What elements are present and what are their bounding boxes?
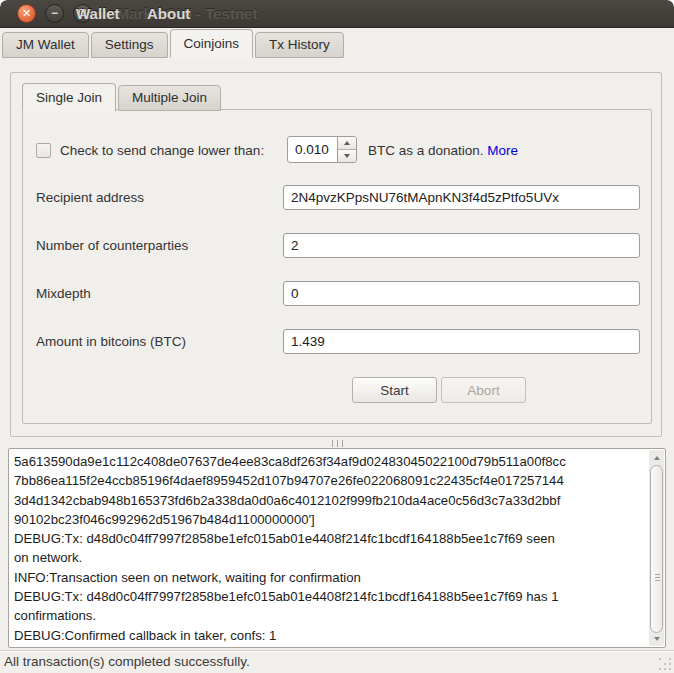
log-line: DEBUG:Confirmed callback in taker, confs…: [14, 626, 645, 645]
log-line: 90102bc23f046c992962d51967b484d110000000…: [14, 510, 645, 529]
log-output[interactable]: 5a613590da9e1c112c408de07637de4ee83ca8df…: [8, 448, 666, 648]
log-line: 7bb86ea115f2e4ccb85196f4daef8959452d107b…: [14, 471, 645, 490]
tab-single-join[interactable]: Single Join: [22, 83, 116, 112]
main-tab-bar: JM Wallet Settings Coinjoins Tx History: [2, 30, 346, 58]
log-line: DEBUG:Tx: d48d0c04ff7997f2858be1efc015ab…: [14, 529, 645, 548]
resize-grip[interactable]: [658, 657, 671, 670]
scroll-down-button[interactable]: [649, 632, 664, 645]
donation-amount-input[interactable]: [288, 137, 337, 162]
menubar-item-wallet[interactable]: Wallet: [76, 0, 120, 28]
spin-up-button[interactable]: [338, 137, 356, 150]
arrow-up-icon: [654, 456, 660, 460]
status-bar: All transaction(s) completed successfull…: [0, 650, 674, 673]
log-text: 5a613590da9e1c112c408de07637de4ee83ca8df…: [14, 452, 645, 645]
log-line: 5a613590da9e1c112c408de07637de4ee83ca8df…: [14, 452, 645, 471]
log-line: INFO:Transaction seen on network, waitin…: [14, 568, 645, 587]
amount-btc-field[interactable]: [283, 329, 640, 354]
scroll-up-button[interactable]: [649, 451, 664, 464]
more-link[interactable]: More: [487, 143, 518, 158]
join-tab-bar: Single Join Multiple Join: [22, 83, 223, 111]
tab-coinjoins[interactable]: Coinjoins: [170, 29, 254, 58]
abort-button[interactable]: Abort: [441, 377, 526, 403]
scrollbar-thumb[interactable]: [650, 465, 663, 633]
start-button[interactable]: Start: [352, 377, 437, 403]
spin-down-button[interactable]: [338, 150, 356, 162]
log-line: confirmations.: [14, 606, 645, 625]
counterparties-field[interactable]: [283, 233, 640, 258]
app-window: ✕ − JoinMarketGUI - Testnet Wallet About…: [0, 0, 674, 673]
counterparties-label: Number of counterparties: [36, 238, 188, 253]
donation-checkbox-label: Check to send change lower than:: [60, 143, 264, 158]
log-scrollbar[interactable]: [649, 450, 664, 646]
minimize-icon: −: [51, 7, 58, 19]
donation-amount-spinbox: [287, 136, 357, 163]
titlebar[interactable]: ✕ − JoinMarketGUI - Testnet Wallet About: [0, 0, 674, 28]
grip-icon: [655, 574, 660, 581]
close-icon: ✕: [22, 8, 31, 19]
recipient-address-field[interactable]: [283, 185, 640, 210]
tab-settings[interactable]: Settings: [91, 32, 168, 58]
minimize-button[interactable]: −: [45, 4, 64, 23]
tab-jm-wallet[interactable]: JM Wallet: [2, 32, 89, 58]
arrow-down-icon: [654, 637, 660, 641]
arrow-up-icon: [344, 141, 350, 145]
spinner-buttons: [337, 137, 356, 162]
donation-checkbox[interactable]: [36, 143, 51, 158]
tab-multiple-join[interactable]: Multiple Join: [118, 85, 221, 111]
log-line: 3d4d1342cbab948b165373fd6b2a338da0d0a6c4…: [14, 491, 645, 510]
mixdepth-field[interactable]: [283, 281, 640, 306]
tab-tx-history[interactable]: Tx History: [255, 32, 344, 58]
arrow-down-icon: [344, 154, 350, 158]
splitter-handle[interactable]: [0, 439, 674, 447]
mixdepth-label: Mixdepth: [36, 286, 91, 301]
menubar-item-about[interactable]: About: [147, 0, 190, 28]
log-line: on network.: [14, 548, 645, 567]
donation-suffix-label: BTC as a donation.: [368, 143, 487, 158]
recipient-address-label: Recipient address: [36, 190, 144, 205]
donation-suffix-text: BTC as a donation. More: [368, 143, 518, 158]
status-text: All transaction(s) completed successfull…: [4, 654, 250, 669]
close-button[interactable]: ✕: [17, 4, 36, 23]
amount-btc-label: Amount in bitcoins (BTC): [36, 334, 186, 349]
log-line: DEBUG:Tx: d48d0c04ff7997f2858be1efc015ab…: [14, 587, 645, 606]
